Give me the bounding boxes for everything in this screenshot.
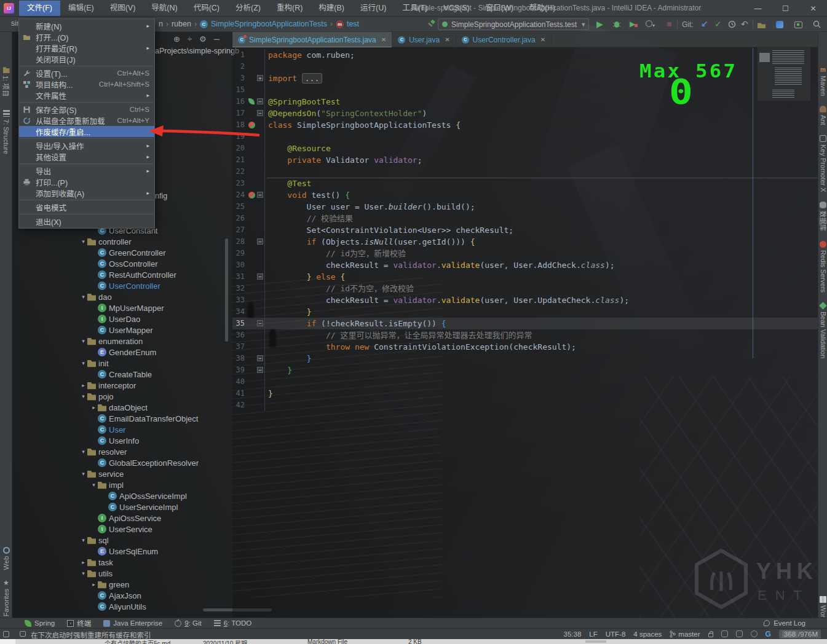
- event-log-button[interactable]: Event Log: [764, 619, 805, 627]
- menu-item[interactable]: 打印...(P): [19, 176, 154, 187]
- toolwindow-button-终端[interactable]: ›终端: [67, 618, 91, 628]
- status-message[interactable]: 在下次启动时强制重建所有缓存和索引: [31, 630, 151, 640]
- tree-item-ajaxjson[interactable]: CAjaxJson: [12, 590, 232, 601]
- caret-position[interactable]: 35:38: [564, 630, 582, 638]
- menu-item[interactable]: 退出(X): [19, 216, 154, 227]
- tree-item-createtable[interactable]: CCreateTable: [12, 369, 232, 380]
- chevron-expanded-icon[interactable]: ▾: [79, 471, 87, 477]
- stripe-right-5-redis-servers[interactable]: Redis Servers: [820, 241, 827, 293]
- menubar-item-7[interactable]: 重构(R): [269, 1, 311, 16]
- menu-item[interactable]: 项目结构...Ctrl+Alt+Shift+S: [19, 79, 154, 90]
- profiler-button[interactable]: ▾: [646, 19, 655, 31]
- menu-item[interactable]: 打开...(O): [19, 31, 154, 42]
- stripe-right-3-key-promoter-x[interactable]: Key Promoter X: [820, 135, 827, 192]
- rollback-button[interactable]: ↶: [741, 19, 748, 29]
- stripe-right-2-ant[interactable]: Ant: [820, 106, 827, 125]
- close-tab-icon[interactable]: ✕: [381, 36, 386, 43]
- tree-item-userdao[interactable]: IUserDao: [12, 313, 232, 324]
- chevron-expanded-icon[interactable]: ▾: [90, 482, 98, 488]
- run-with-coverage-button[interactable]: ▶: [630, 19, 635, 29]
- close-button[interactable]: ✕: [799, 0, 827, 17]
- maximize-button[interactable]: ☐: [772, 0, 799, 17]
- menu-item[interactable]: 作废缓存/重启...: [19, 126, 154, 137]
- stripe-right-1-maven[interactable]: mMaven: [820, 66, 827, 96]
- chevron-expanded-icon[interactable]: ▾: [79, 294, 87, 300]
- menubar-item-6[interactable]: 分析(Z): [228, 1, 269, 16]
- menubar-item-3[interactable]: 视图(V): [102, 1, 144, 16]
- toolwindow-button-9-git[interactable]: 9: Git: [175, 619, 202, 627]
- close-tab-icon[interactable]: ✕: [445, 36, 449, 43]
- menubar-item-5[interactable]: 代码(C): [186, 1, 228, 16]
- code-area[interactable]: 1package com.ruben;23+import ...1516−@Sp…: [232, 47, 818, 618]
- tree-item-sql[interactable]: ▾sql: [12, 535, 232, 546]
- sdk-manager-icon[interactable]: [776, 20, 783, 31]
- menubar-item-4[interactable]: 导航(N): [143, 1, 185, 16]
- tree-item-service[interactable]: ▾service: [12, 468, 232, 479]
- tree-item-usercontroller[interactable]: CUserController: [12, 280, 232, 291]
- run-anything-icon[interactable]: [794, 20, 802, 31]
- tree-vertical-scrollbar[interactable]: [225, 238, 228, 342]
- breadcrumb-item[interactable]: ruben: [172, 20, 191, 28]
- stripe-right-6-bean-validation[interactable]: Bean Validation: [820, 302, 827, 358]
- code-minimap[interactable]: [758, 47, 810, 101]
- menu-item[interactable]: 导出▸: [19, 165, 154, 176]
- indent-size[interactable]: 4 spaces: [633, 630, 662, 638]
- editor-tab-2[interactable]: CUser.java✕: [392, 32, 456, 47]
- chevron-expanded-icon[interactable]: ▾: [79, 238, 87, 245]
- chevron-expanded-icon[interactable]: ▾: [79, 449, 87, 455]
- menu-item[interactable]: 打开最近(R)▸: [19, 42, 154, 53]
- debug-button[interactable]: [612, 20, 621, 28]
- tree-item-interceptor[interactable]: ▸interceptor: [12, 380, 232, 391]
- menu-item[interactable]: 设置(T)...Ctrl+Alt+S: [19, 68, 154, 79]
- breadcrumb-item[interactable]: SimpleSpringbootApplicationTests: [211, 20, 327, 28]
- run-test-gutter-icon[interactable]: [248, 192, 255, 198]
- tree-item-aliyunutils[interactable]: CAliyunUtils: [12, 601, 232, 612]
- menu-item[interactable]: 保存全部(S)Ctrl+S: [19, 104, 154, 115]
- memory-indicator[interactable]: 368/976M: [779, 630, 821, 638]
- menubar-item-2[interactable]: 编辑(E): [60, 1, 102, 16]
- git-commit-button[interactable]: ✓: [714, 19, 722, 29]
- tree-item-usermapper[interactable]: CUserMapper: [12, 324, 232, 336]
- encoding[interactable]: UTF-8: [606, 630, 626, 638]
- tree-item-green[interactable]: ▸green: [12, 579, 232, 590]
- fold-marker-icon[interactable]: −: [257, 192, 263, 198]
- menubar-item-8[interactable]: 构建(B): [311, 1, 352, 16]
- menu-item[interactable]: 关闭项目(J): [19, 53, 154, 65]
- hide-panel-icon[interactable]: ─: [214, 34, 220, 44]
- tree-item-utils[interactable]: ▾utils: [12, 568, 232, 579]
- stripe-left-1-1-[interactable]: 1: 项目: [1, 66, 11, 96]
- tree-item-enumeration[interactable]: ▾enumeration: [12, 336, 232, 347]
- line-separator[interactable]: LF: [589, 630, 597, 638]
- menu-item[interactable]: 省电模式: [19, 202, 154, 213]
- locate-file-icon[interactable]: ⊕: [173, 34, 180, 44]
- build-hammer-icon[interactable]: [427, 20, 436, 29]
- menu-item[interactable]: 文件属性▸: [19, 90, 154, 101]
- tree-item-dao[interactable]: ▾dao: [12, 291, 232, 302]
- grammar-g-icon[interactable]: G: [766, 630, 771, 638]
- plugin-status-icon[interactable]: [721, 630, 728, 637]
- chevron-collapsed-icon[interactable]: ▸: [90, 404, 98, 410]
- fold-marker-icon[interactable]: −: [257, 273, 263, 280]
- collapse-all-icon[interactable]: ÷: [188, 34, 192, 44]
- search-everywhere-icon[interactable]: [813, 20, 821, 28]
- menu-item[interactable]: 新建(N)▸: [19, 20, 154, 31]
- scrollbar-thumb[interactable]: [585, 640, 606, 643]
- lock-icon[interactable]: [708, 633, 713, 637]
- fold-marker-icon[interactable]: −: [257, 320, 263, 326]
- tree-item-mpusermapper[interactable]: IMpUserMapper: [12, 302, 232, 313]
- lantern-icon[interactable]: [736, 630, 743, 637]
- tree-item-usersqlenum[interactable]: EUserSqlEnum: [12, 546, 232, 557]
- menu-item[interactable]: 导出/导入操作▸: [19, 140, 154, 151]
- chevron-collapsed-icon[interactable]: ▸: [79, 382, 87, 388]
- stripe-right-4--[interactable]: 数据库: [818, 202, 827, 231]
- spring-bean-icon[interactable]: [248, 98, 255, 104]
- tree-item-emaildatatransferobject[interactable]: CEmailDataTransferObject: [12, 413, 232, 424]
- history-clock-icon[interactable]: [728, 20, 736, 28]
- close-tab-icon[interactable]: ✕: [540, 36, 545, 43]
- tree-item-controller[interactable]: ▾controller: [12, 236, 232, 247]
- fold-marker-icon[interactable]: −: [257, 98, 263, 104]
- tree-item-apiossserviceimpl[interactable]: CApiOssServiceImpl: [12, 490, 232, 501]
- minimize-button[interactable]: —: [744, 0, 772, 17]
- toolwindow-button-java-enterprise[interactable]: Java Enterprise: [103, 619, 162, 627]
- tree-item-globalexceptionresolver[interactable]: CGlobalExceptionResolver: [12, 457, 232, 468]
